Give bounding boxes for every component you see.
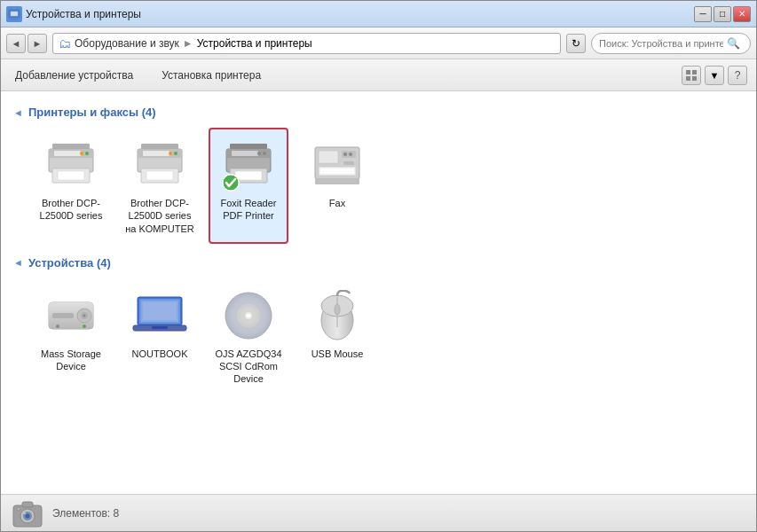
- svg-rect-3: [11, 19, 18, 20]
- device-brother2[interactable]: Brother DCP-L2500D series на KOMPUTER: [120, 128, 200, 244]
- svg-point-30: [263, 152, 266, 155]
- printer-icon: [45, 142, 97, 188]
- device-fax-icon-wrap: [309, 137, 366, 193]
- svg-point-39: [343, 153, 347, 156]
- svg-point-40: [349, 153, 352, 156]
- device-foxit-icon-wrap: [220, 137, 277, 193]
- title-text: Устройства и принтеры: [26, 8, 141, 20]
- devices-grid: Mass Storage Device NOUTBOOK: [13, 278, 744, 395]
- back-button[interactable]: ◄: [6, 34, 26, 53]
- printers-grid: Brother DCP-L2500D series: [13, 128, 744, 244]
- svg-rect-41: [343, 161, 354, 165]
- svg-rect-5: [692, 70, 697, 74]
- title-controls: ─ □ ✕: [694, 6, 751, 22]
- device-brother1-label: Brother DCP-L2500D series: [36, 197, 106, 223]
- search-input[interactable]: [599, 38, 723, 49]
- camera-icon: [12, 498, 43, 528]
- main-window: Устройства и принтеры ─ □ ✕ ◄ ► 🗂 Оборуд…: [0, 0, 757, 532]
- svg-rect-13: [58, 171, 84, 180]
- svg-point-64: [335, 304, 340, 315]
- path-current[interactable]: Устройства и принтеры: [197, 37, 312, 50]
- devices-arrow[interactable]: ◄: [13, 257, 23, 268]
- svg-point-46: [83, 314, 86, 317]
- printers-arrow[interactable]: ◄: [13, 107, 23, 118]
- title-bar: Устройства и принтеры ─ □ ✕: [1, 1, 756, 27]
- path-root[interactable]: Оборудование и звук: [75, 37, 179, 50]
- device-brother1[interactable]: Brother DCP-L2500D series: [31, 128, 111, 244]
- svg-rect-38: [315, 179, 359, 184]
- svg-rect-21: [146, 171, 173, 180]
- device-foxit-label: Foxit Reader PDF Printer: [214, 197, 283, 223]
- search-box[interactable]: 🔍: [591, 33, 751, 54]
- device-fax[interactable]: Fax: [297, 128, 377, 244]
- hdd-icon: [45, 295, 97, 336]
- nav-buttons: ◄ ►: [6, 34, 47, 53]
- minimize-button[interactable]: ─: [694, 6, 712, 22]
- device-brother1-icon-wrap: [43, 137, 99, 193]
- main-content: ◄ Принтеры и факсы (4): [1, 91, 756, 494]
- search-icon: 🔍: [727, 37, 740, 50]
- device-fax-label: Fax: [329, 197, 345, 209]
- device-brother2-icon-wrap: [131, 137, 188, 193]
- address-path[interactable]: 🗂 Оборудование и звук ► Устройства и при…: [52, 33, 561, 54]
- device-brother2-label: Brother DCP-L2500D series на KOMPUTER: [125, 197, 194, 235]
- svg-rect-53: [143, 302, 177, 320]
- path-separator: ►: [183, 37, 193, 50]
- toolbar: Добавление устройства Установка принтера…: [1, 59, 756, 91]
- device-usb-mouse-icon-wrap: [309, 287, 366, 344]
- svg-rect-37: [320, 168, 354, 174]
- svg-point-31: [257, 152, 261, 155]
- view-dropdown-button[interactable]: ▼: [705, 66, 724, 85]
- svg-rect-4: [686, 70, 690, 74]
- svg-rect-47: [52, 313, 74, 318]
- add-device-button[interactable]: Добавление устройства: [10, 66, 138, 85]
- help-button[interactable]: ?: [728, 66, 747, 85]
- svg-rect-16: [141, 144, 178, 149]
- svg-rect-11: [54, 151, 81, 156]
- status-text: Элементов: 8: [52, 507, 119, 520]
- device-mass-storage-label: Mass Storage Device: [36, 348, 106, 373]
- svg-point-14: [85, 152, 89, 155]
- svg-rect-1: [11, 12, 18, 16]
- svg-point-69: [26, 513, 30, 518]
- svg-point-15: [80, 152, 83, 155]
- svg-point-48: [56, 325, 59, 328]
- svg-point-70: [24, 512, 26, 514]
- device-cdrom-label: OJS AZGDQ34 SCSI CdRom Device: [214, 348, 283, 386]
- install-printer-button[interactable]: Установка принтера: [156, 66, 266, 85]
- svg-rect-6: [686, 76, 690, 81]
- title-bar-left: Устройства и принтеры: [6, 6, 694, 22]
- svg-rect-19: [143, 151, 170, 156]
- device-noutbook-label: NOUTBOOK: [132, 348, 188, 360]
- devices-section-title[interactable]: Устройства (4): [28, 256, 111, 270]
- view-options-button[interactable]: [682, 66, 701, 85]
- printers-section-title[interactable]: Принтеры и факсы (4): [28, 106, 156, 119]
- svg-point-23: [169, 152, 172, 155]
- device-noutbook[interactable]: NOUTBOOK: [120, 278, 200, 395]
- svg-rect-34: [319, 151, 338, 163]
- svg-rect-66: [22, 502, 33, 507]
- maximize-button[interactable]: □: [714, 6, 731, 22]
- path-icon: 🗂: [59, 36, 71, 51]
- svg-point-49: [83, 325, 86, 328]
- device-cdrom[interactable]: OJS AZGDQ34 SCSI CdRom Device: [209, 278, 288, 395]
- device-mass-storage[interactable]: Mass Storage Device: [31, 278, 111, 395]
- svg-point-22: [174, 152, 177, 155]
- forward-button[interactable]: ►: [28, 34, 47, 53]
- svg-rect-7: [692, 76, 697, 81]
- close-button[interactable]: ✕: [733, 6, 751, 22]
- svg-rect-24: [230, 144, 267, 149]
- device-noutbook-icon-wrap: [131, 287, 188, 344]
- status-bar: Элементов: 8: [1, 494, 756, 531]
- printer-icon: [134, 142, 185, 188]
- fax-icon: [311, 142, 363, 188]
- mouse-icon: [314, 290, 360, 341]
- cdrom-icon: [224, 291, 273, 340]
- refresh-button[interactable]: ↻: [566, 34, 586, 53]
- svg-rect-2: [12, 18, 17, 20]
- device-mass-storage-icon-wrap: [43, 287, 99, 344]
- svg-rect-55: [152, 326, 168, 329]
- address-bar: ◄ ► 🗂 Оборудование и звук ► Устройства и…: [1, 27, 756, 59]
- device-foxit[interactable]: Foxit Reader PDF Printer: [209, 128, 288, 244]
- device-usb-mouse[interactable]: USB Mouse: [297, 278, 377, 395]
